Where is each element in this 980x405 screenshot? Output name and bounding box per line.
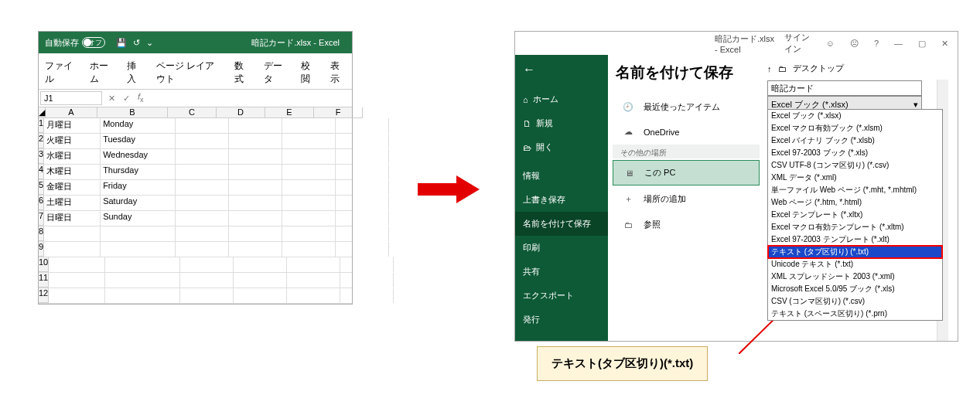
col-header-D[interactable]: D — [217, 107, 265, 118]
table-row[interactable]: 7 日曜日 Sunday — [39, 211, 352, 226]
cell[interactable] — [229, 211, 282, 226]
fx-icon[interactable]: fx — [136, 92, 145, 104]
cell[interactable] — [44, 226, 101, 241]
cell[interactable]: Sunday — [101, 211, 176, 226]
nav-saveas[interactable]: 名前を付けて保存 — [515, 212, 608, 236]
cell[interactable] — [49, 288, 105, 303]
cell[interactable] — [229, 242, 282, 257]
cell[interactable] — [336, 134, 389, 148]
row-header[interactable]: 11 — [39, 273, 49, 288]
cell[interactable] — [234, 257, 287, 272]
nav-export[interactable]: エクスポート — [515, 284, 608, 308]
cell[interactable] — [176, 226, 229, 241]
cell[interactable] — [336, 226, 389, 241]
row-header[interactable]: 5 — [39, 180, 44, 195]
row-header[interactable]: 2 — [39, 134, 44, 148]
col-header-A[interactable]: A — [46, 107, 97, 118]
cell[interactable] — [176, 180, 229, 195]
col-header-E[interactable]: E — [265, 107, 314, 118]
nav-publish[interactable]: 発行 — [515, 308, 608, 332]
worksheet-grid[interactable]: ◢ A B C D E F 1 月曜日 Monday 2 火曜日 Tuesday… — [39, 107, 352, 304]
filetype-option[interactable]: CSV UTF-8 (コンマ区切り) (*.csv) — [768, 159, 942, 172]
filetype-option[interactable]: Microsoft Excel 5.0/95 ブック (*.xls) — [768, 283, 942, 295]
cell[interactable] — [229, 118, 282, 133]
nav-save[interactable]: 上書き保存 — [515, 188, 608, 212]
cell[interactable] — [287, 257, 340, 272]
name-box[interactable]: J1 — [40, 91, 102, 105]
cell[interactable] — [176, 242, 229, 257]
tab-data[interactable]: データ — [261, 56, 290, 89]
col-header-B[interactable]: B — [97, 107, 168, 118]
cell[interactable] — [336, 242, 389, 257]
filetype-option[interactable]: Excel バイナリ ブック (*.xlsb) — [768, 134, 942, 147]
row-header[interactable]: 9 — [39, 242, 44, 257]
tab-file[interactable]: ファイル — [42, 56, 79, 89]
nav-open[interactable]: 🗁開く — [515, 135, 608, 159]
table-row[interactable]: 8 — [39, 226, 352, 242]
autosave-toggle[interactable]: オフ — [82, 37, 105, 48]
row-header[interactable]: 1 — [39, 118, 44, 133]
cell[interactable] — [340, 257, 394, 272]
cell[interactable]: Tuesday — [101, 134, 176, 148]
nav-home[interactable]: ⌂ホーム — [515, 87, 608, 111]
filetype-option[interactable]: テキスト (タブ区切り) (*.txt) — [768, 246, 942, 258]
cell[interactable] — [282, 196, 336, 210]
table-row[interactable]: 2 火曜日 Tuesday — [39, 134, 352, 149]
filetype-option[interactable]: Excel 97-2003 テンプレート (*.xlt) — [768, 233, 942, 246]
cell[interactable] — [336, 180, 389, 195]
filetype-option[interactable]: Excel ブック (*.xlsx) — [768, 110, 942, 122]
table-row[interactable]: 10 — [39, 257, 352, 273]
tab-home[interactable]: ホーム — [87, 56, 116, 89]
table-row[interactable]: 11 — [39, 273, 352, 288]
cell[interactable] — [282, 165, 336, 179]
nav-share[interactable]: 共有 — [515, 260, 608, 284]
face-smile-icon[interactable]: ☺ — [823, 39, 838, 48]
maximize-icon[interactable]: ▢ — [915, 39, 929, 49]
cell[interactable] — [229, 196, 282, 210]
cell[interactable] — [229, 226, 282, 241]
cell[interactable] — [282, 149, 336, 164]
cancel-icon[interactable]: ✕ — [107, 94, 117, 104]
signin-link[interactable]: サインイン — [784, 32, 814, 55]
cell[interactable] — [340, 273, 394, 288]
cell[interactable] — [44, 242, 101, 257]
current-folder-label[interactable]: デスクトップ — [793, 63, 844, 74]
cell[interactable]: 火曜日 — [44, 134, 101, 148]
cell[interactable] — [234, 273, 287, 288]
filetype-option[interactable]: Unicode テキスト (*.txt) — [768, 258, 942, 271]
table-row[interactable]: 12 — [39, 288, 352, 304]
cell[interactable] — [336, 118, 389, 133]
cell[interactable]: 日曜日 — [44, 211, 101, 226]
cell[interactable] — [336, 149, 389, 164]
cell[interactable] — [282, 211, 336, 226]
cell[interactable] — [101, 226, 176, 241]
location-add-place[interactable]: ＋場所の追加 — [613, 187, 760, 211]
tab-formulas[interactable]: 数式 — [231, 56, 253, 89]
row-header[interactable]: 6 — [39, 196, 44, 210]
quickaccess-dropdown-icon[interactable]: ⌄ — [146, 38, 153, 48]
table-row[interactable]: 3 水曜日 Wednesday — [39, 149, 352, 165]
col-header-F[interactable]: F — [314, 107, 363, 118]
close-icon[interactable]: ✕ — [938, 39, 951, 49]
tab-layout[interactable]: ページ レイアウト — [153, 56, 224, 89]
row-header[interactable]: 12 — [39, 288, 49, 303]
filename-input[interactable] — [767, 80, 922, 96]
filetype-option[interactable]: XML スプレッドシート 2003 (*.xml) — [768, 271, 942, 283]
up-folder-icon[interactable]: ↑ — [767, 64, 772, 73]
back-button[interactable]: ← — [515, 55, 608, 87]
table-row[interactable]: 9 — [39, 242, 352, 257]
cell[interactable]: Wednesday — [101, 149, 176, 164]
face-sad-icon[interactable]: ☹ — [847, 39, 862, 49]
cell[interactable] — [49, 273, 105, 288]
cell[interactable] — [229, 165, 282, 179]
cell[interactable] — [340, 288, 394, 303]
cell[interactable] — [176, 149, 229, 164]
location-onedrive[interactable]: ☁OneDrive — [613, 121, 760, 143]
cell[interactable]: Thursday — [101, 165, 176, 179]
cell[interactable] — [229, 134, 282, 148]
cell[interactable] — [287, 288, 340, 303]
nav-print[interactable]: 印刷 — [515, 236, 608, 260]
cell[interactable] — [176, 196, 229, 210]
row-header[interactable]: 7 — [39, 211, 44, 226]
tab-review[interactable]: 校閲 — [298, 56, 319, 89]
